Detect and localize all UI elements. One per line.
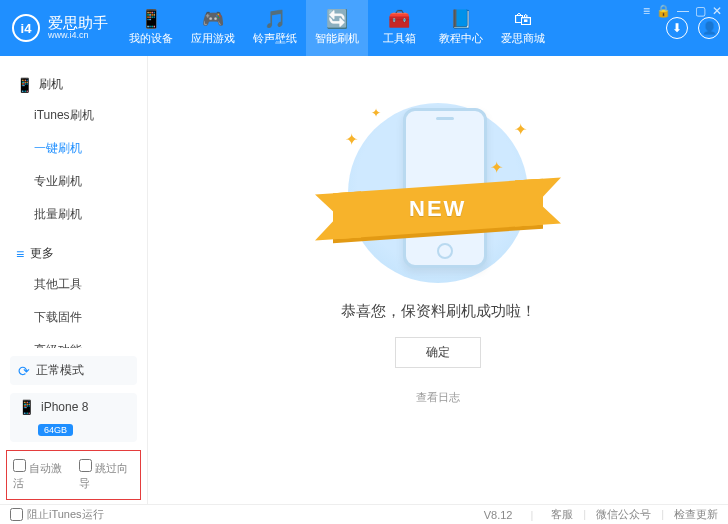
bottom-check-bar: 自动激活 跳过向导: [6, 450, 141, 500]
nav-label: 工具箱: [383, 31, 416, 46]
nav-label: 我的设备: [129, 31, 173, 46]
nav-item-0[interactable]: 📱我的设备: [120, 0, 182, 56]
sidebar-item[interactable]: 高级功能: [0, 334, 147, 348]
window-controls: ≡ 🔒 — ▢ ✕: [643, 4, 722, 18]
option-checkbox[interactable]: 跳过向导: [79, 459, 135, 491]
nav-icon: 📘: [450, 10, 472, 28]
maximize-icon[interactable]: ▢: [695, 4, 706, 18]
section-icon: ≡: [16, 246, 24, 262]
close-icon[interactable]: ✕: [712, 4, 722, 18]
lock-icon[interactable]: 🔒: [656, 4, 671, 18]
sidebar-item[interactable]: iTunes刷机: [0, 99, 147, 132]
block-itunes-input[interactable]: [10, 508, 23, 521]
ribbon-text: NEW: [409, 196, 466, 222]
nav-icon: 🛍: [514, 10, 532, 28]
block-itunes-checkbox[interactable]: 阻止iTunes运行: [10, 507, 104, 522]
sidebar-item[interactable]: 批量刷机: [0, 198, 147, 231]
nav-label: 爱思商城: [501, 31, 545, 46]
download-button[interactable]: ⬇: [666, 17, 688, 39]
success-illustration: ✦ ✦ ✦ ✦ NEW: [323, 98, 553, 288]
footer-link[interactable]: 微信公众号: [596, 508, 651, 520]
logo-icon: i4: [12, 14, 40, 42]
refresh-icon: ⟳: [18, 363, 30, 379]
success-text: 恭喜您，保资料刷机成功啦！: [341, 302, 536, 321]
mode-chip[interactable]: ⟳ 正常模式: [10, 356, 137, 385]
sidebar-item[interactable]: 其他工具: [0, 268, 147, 301]
block-itunes-label: 阻止iTunes运行: [27, 507, 104, 522]
device-storage: 64GB: [38, 424, 73, 436]
brand-logo: i4 爱思助手 www.i4.cn: [0, 0, 120, 56]
sidebar: 📱刷机iTunes刷机一键刷机专业刷机批量刷机≡更多其他工具下载固件高级功能 ⟳…: [0, 56, 148, 504]
nav-icon: 🧰: [388, 10, 410, 28]
nav-item-2[interactable]: 🎵铃声壁纸: [244, 0, 306, 56]
sidebar-item[interactable]: 专业刷机: [0, 165, 147, 198]
sidebar-item[interactable]: 一键刷机: [0, 132, 147, 165]
nav-icon: 🎵: [264, 10, 286, 28]
section-icon: 📱: [16, 77, 33, 93]
phone-icon: 📱: [18, 399, 35, 415]
app-header: i4 爱思助手 www.i4.cn 📱我的设备🎮应用游戏🎵铃声壁纸🔄智能刷机🧰工…: [0, 0, 728, 56]
menu-icon[interactable]: ≡: [643, 4, 650, 18]
option-input[interactable]: [13, 459, 26, 472]
side-section-header[interactable]: 📱刷机: [0, 70, 147, 99]
brand-name: 爱思助手: [48, 15, 108, 32]
nav-icon: 📱: [140, 10, 162, 28]
status-bar: 阻止iTunes运行 V8.12 | 客服|微信公众号|检查更新: [0, 504, 728, 524]
top-nav: 📱我的设备🎮应用游戏🎵铃声壁纸🔄智能刷机🧰工具箱📘教程中心🛍爱思商城: [120, 0, 666, 56]
section-title: 更多: [30, 245, 54, 262]
mode-label: 正常模式: [36, 362, 84, 379]
nav-item-6[interactable]: 🛍爱思商城: [492, 0, 554, 56]
nav-label: 应用游戏: [191, 31, 235, 46]
version-label: V8.12: [484, 509, 513, 521]
nav-icon: 🎮: [202, 10, 224, 28]
nav-label: 智能刷机: [315, 31, 359, 46]
device-name: iPhone 8: [41, 400, 88, 414]
option-checkbox[interactable]: 自动激活: [13, 459, 69, 491]
view-log-link[interactable]: 查看日志: [416, 390, 460, 405]
user-button[interactable]: 👤: [698, 17, 720, 39]
sidebar-item[interactable]: 下载固件: [0, 301, 147, 334]
side-section-header[interactable]: ≡更多: [0, 239, 147, 268]
option-input[interactable]: [79, 459, 92, 472]
content-pane: ✦ ✦ ✦ ✦ NEW 恭喜您，保资料刷机成功啦！ 确定 查看日志: [148, 56, 728, 504]
footer-link[interactable]: 客服: [551, 508, 573, 520]
nav-item-5[interactable]: 📘教程中心: [430, 0, 492, 56]
nav-item-4[interactable]: 🧰工具箱: [368, 0, 430, 56]
confirm-button[interactable]: 确定: [395, 337, 481, 368]
brand-url: www.i4.cn: [48, 31, 108, 41]
section-title: 刷机: [39, 76, 63, 93]
footer-link[interactable]: 检查更新: [674, 508, 718, 520]
device-chip[interactable]: 📱 iPhone 8 64GB: [10, 393, 137, 442]
nav-item-3[interactable]: 🔄智能刷机: [306, 0, 368, 56]
nav-label: 铃声壁纸: [253, 31, 297, 46]
nav-item-1[interactable]: 🎮应用游戏: [182, 0, 244, 56]
nav-label: 教程中心: [439, 31, 483, 46]
minimize-icon[interactable]: —: [677, 4, 689, 18]
nav-icon: 🔄: [326, 10, 348, 28]
